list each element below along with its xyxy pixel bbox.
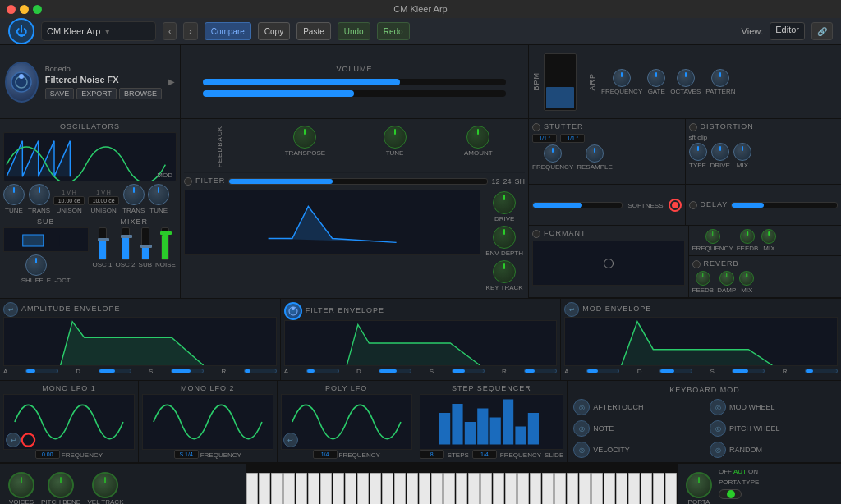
piano-key-3[interactable] (271, 473, 283, 504)
distortion-mix-knob[interactable] (733, 143, 751, 161)
amp-env-r-slider[interactable] (244, 369, 277, 373)
arp-gate-knob[interactable] (647, 69, 665, 87)
piano-key-34[interactable] (653, 473, 664, 504)
paste-button[interactable]: Paste (296, 22, 331, 40)
distortion-type-knob[interactable] (689, 143, 707, 161)
feedback-transpose-knob[interactable] (293, 126, 316, 149)
power-button[interactable]: ⏻ (8, 18, 34, 44)
formant-power[interactable] (532, 230, 540, 238)
filter-env-a-slider[interactable] (306, 369, 339, 373)
reverb-damp-knob[interactable] (719, 271, 734, 286)
piano-key-10[interactable] (357, 473, 369, 504)
filter-env-r-slider[interactable] (524, 369, 557, 373)
arp-pattern-knob[interactable] (711, 69, 729, 87)
reverb-power[interactable] (692, 260, 701, 268)
volume-slider2[interactable] (203, 90, 507, 97)
osc-trans2-knob[interactable] (123, 184, 145, 205)
legato-toggle[interactable] (719, 489, 759, 499)
link-button[interactable]: 🔗 (811, 22, 833, 40)
piano-key-9[interactable] (345, 473, 356, 504)
piano-key-26[interactable] (554, 473, 566, 504)
piano-key-7[interactable] (320, 473, 332, 504)
pitch-bend-knob[interactable] (48, 472, 74, 498)
browse-button[interactable]: BROWSE (119, 88, 162, 99)
undo-button[interactable]: Undo (338, 22, 370, 40)
arp-octaves-knob[interactable] (677, 69, 695, 87)
reverb-mix-knob[interactable] (739, 271, 754, 286)
mod-env-a-slider[interactable] (586, 369, 619, 373)
piano-key-5[interactable] (296, 473, 307, 504)
delay-power[interactable] (689, 201, 697, 209)
prev-preset-button[interactable]: ‹ (163, 22, 177, 40)
piano-key-31[interactable] (616, 473, 627, 504)
stutter-resample-knob[interactable] (586, 144, 604, 163)
amp-env-s-slider[interactable] (171, 369, 204, 373)
osc2-value[interactable]: 10.00 ce (88, 196, 119, 205)
filter-type-sh[interactable]: SH (514, 177, 525, 186)
vel-track-knob[interactable] (92, 472, 118, 498)
mod-env-s-slider[interactable] (732, 369, 765, 373)
lfo1-freq-display[interactable]: 0.00 (35, 450, 60, 459)
copy-button[interactable]: Copy (258, 22, 290, 40)
feedback-tune-knob[interactable] (384, 126, 407, 149)
piano-key-23[interactable] (517, 473, 529, 504)
export-button[interactable]: EXPORT (76, 88, 117, 99)
amp-env-a-slider[interactable] (25, 369, 58, 373)
volume-slider[interactable] (203, 79, 507, 85)
preset-selector[interactable]: CM Kleer Arp ▾ (41, 21, 156, 41)
piano-key-35[interactable] (665, 473, 677, 504)
filter-env-s-slider[interactable] (452, 369, 485, 373)
piano-key-8[interactable] (333, 473, 344, 504)
feedback-amount-knob[interactable] (466, 126, 489, 149)
osc-trans-knob[interactable] (29, 184, 50, 205)
piano-key-15[interactable] (419, 473, 430, 504)
delay-frequency-knob[interactable] (705, 229, 720, 244)
stutter-freq-display2[interactable]: 1/1 f (560, 134, 585, 143)
piano-key-18[interactable] (456, 473, 467, 504)
piano-key-19[interactable] (468, 473, 480, 504)
osc1-fader[interactable] (99, 227, 107, 260)
stutter-power[interactable] (532, 123, 540, 131)
piano-key-28[interactable] (579, 473, 591, 504)
stutter-frequency-knob[interactable] (544, 144, 562, 163)
porta-knob[interactable] (686, 472, 712, 498)
osc2-fader[interactable] (122, 227, 130, 260)
noise-fader[interactable] (161, 227, 169, 260)
sub-fader[interactable] (141, 227, 149, 260)
delay-slider[interactable] (731, 202, 838, 208)
filter-cutoff-slider[interactable] (228, 178, 488, 185)
piano-key-6[interactable] (308, 473, 319, 504)
bpm-display[interactable] (544, 53, 577, 111)
voices-knob[interactable] (8, 472, 34, 498)
save-button[interactable]: SAVE (45, 88, 74, 99)
osc-tune-knob[interactable] (3, 184, 25, 205)
piano-key-24[interactable] (530, 473, 541, 504)
filter-env-d-slider[interactable] (379, 369, 411, 373)
piano-key-21[interactable] (493, 473, 504, 504)
softness-slider[interactable] (532, 202, 623, 208)
filter-drive-knob[interactable] (493, 191, 516, 214)
step-seq-freq[interactable]: 1/4 (472, 450, 497, 459)
softness-power-button[interactable] (669, 199, 682, 212)
piano-key-1[interactable] (246, 473, 258, 504)
minimize-button[interactable] (20, 5, 29, 14)
piano-key-29[interactable] (591, 473, 603, 504)
mod-env-r-slider[interactable] (805, 369, 838, 373)
next-preset-button[interactable]: › (183, 22, 197, 40)
filter-type-24[interactable]: 24 (503, 177, 511, 186)
filter-env-depth-knob[interactable] (493, 226, 516, 249)
amp-env-d-slider[interactable] (99, 369, 131, 373)
piano-key-2[interactable] (259, 473, 270, 504)
piano-key-30[interactable] (604, 473, 615, 504)
arrow-right-icon[interactable]: ▶ (168, 77, 175, 86)
piano-key-4[interactable] (283, 473, 295, 504)
filter-key-track-knob[interactable] (493, 260, 516, 283)
piano-key-17[interactable] (443, 473, 455, 504)
piano-key-22[interactable] (505, 473, 517, 504)
osc-tune2-knob[interactable] (148, 184, 169, 205)
maximize-button[interactable] (33, 5, 42, 14)
view-selector[interactable]: Editor (770, 22, 805, 40)
distortion-power[interactable] (689, 123, 697, 131)
redo-button[interactable]: Redo (377, 22, 410, 40)
piano-key-11[interactable] (370, 473, 381, 504)
